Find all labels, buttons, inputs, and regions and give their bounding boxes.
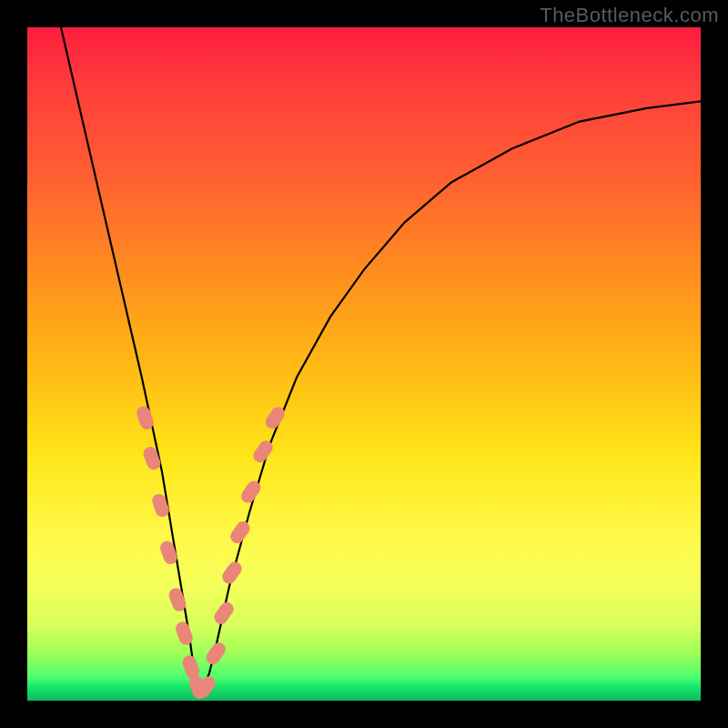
outer-frame: TheBottleneck.com bbox=[0, 0, 728, 728]
watermark-text: TheBottleneck.com bbox=[540, 4, 719, 27]
plot-area bbox=[27, 27, 701, 701]
